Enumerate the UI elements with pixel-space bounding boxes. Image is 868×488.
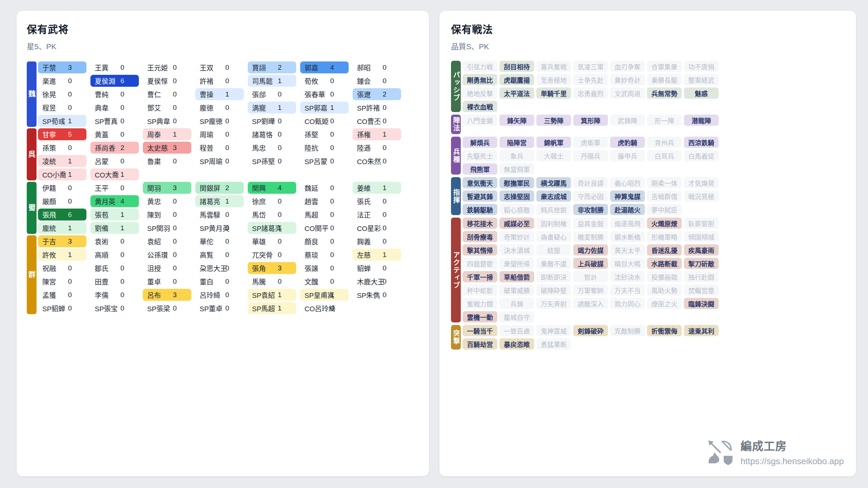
tactic-chip[interactable]: 虎踞鷹揚 <box>499 74 534 85</box>
general-cell[interactable]: CO大喬1 <box>90 168 139 180</box>
tactic-chip[interactable]: 速乗其利 <box>684 325 719 336</box>
general-cell[interactable]: 諸葛恪0 <box>248 128 296 140</box>
tactic-chip[interactable]: 竭力佐謀 <box>573 244 608 256</box>
general-cell[interactable]: 祝融0 <box>38 262 86 274</box>
tactic-chip[interactable]: 籠城自守 <box>499 311 534 322</box>
general-cell[interactable]: 太史慈3 <box>143 142 191 154</box>
tactic-chip[interactable]: 非攻制勝 <box>573 204 608 215</box>
general-cell[interactable]: 司馬懿1 <box>248 75 296 87</box>
general-cell[interactable]: 王異0 <box>90 61 139 73</box>
tactic-chip[interactable]: 兵鋒 <box>499 298 534 309</box>
general-cell[interactable]: 周泰1 <box>143 128 191 140</box>
tactic-chip[interactable]: 神算鬼謀 <box>610 191 645 202</box>
tactic-chip[interactable]: 鋒矢陣 <box>499 115 534 126</box>
general-cell[interactable]: 兀突骨0 <box>248 249 296 261</box>
tactic-chip[interactable]: 白馬義従 <box>684 150 719 161</box>
tactic-chip[interactable]: 裸衣血戦 <box>463 101 497 112</box>
general-cell[interactable]: 鍾会0 <box>353 75 401 87</box>
general-cell[interactable]: 陳到0 <box>143 209 191 221</box>
tactic-chip[interactable]: 火熾原燎 <box>647 218 682 229</box>
general-cell[interactable]: 馬騰0 <box>248 275 296 287</box>
tactic-chip[interactable]: 絶地反撃 <box>463 87 497 99</box>
general-cell[interactable]: SP関羽0 <box>143 222 191 234</box>
tactic-chip[interactable]: 箕形陣 <box>573 115 608 126</box>
tactic-chip[interactable]: 鬼神霆威 <box>536 325 571 336</box>
tactic-chip[interactable]: 掣刀斫敵 <box>684 258 719 269</box>
tactic-chip[interactable]: 鈍兵挫鋭 <box>536 204 571 215</box>
tactic-chip[interactable]: 万夫不当 <box>610 284 645 296</box>
tactic-chip[interactable]: 錦帆軍 <box>536 137 571 148</box>
general-cell[interactable]: 劉備1 <box>90 222 139 234</box>
general-cell[interactable]: CO関平0 <box>300 222 349 234</box>
general-cell[interactable]: CO小喬1 <box>38 168 86 180</box>
tactic-chip[interactable]: 因利制権 <box>536 218 571 229</box>
general-cell[interactable]: 田豊0 <box>90 275 139 287</box>
general-cell[interactable]: 曹純0 <box>90 88 139 100</box>
tactic-chip[interactable]: 杯中蛇影 <box>463 284 497 296</box>
tactic-chip[interactable]: 先駆死士 <box>463 150 497 161</box>
general-cell[interactable]: 関銀屏2 <box>195 182 244 194</box>
tactic-chip[interactable]: 決水潰城 <box>499 244 534 256</box>
general-cell[interactable]: SP袁紹1 <box>248 289 296 301</box>
tactic-chip[interactable]: 勠力同心 <box>610 298 645 309</box>
tactic-chip[interactable]: 刮目相待 <box>499 61 534 72</box>
tactic-chip[interactable]: 威謀必至 <box>499 218 534 229</box>
general-cell[interactable]: 法正0 <box>353 209 401 221</box>
general-cell[interactable]: 郭嘉4 <box>300 61 349 73</box>
tactic-chip[interactable]: 焚輜営塁 <box>684 284 719 296</box>
general-cell[interactable]: 黄蓋0 <box>90 128 139 140</box>
general-cell[interactable]: 高覧0 <box>195 249 244 261</box>
general-cell[interactable]: 魯粛0 <box>143 155 191 167</box>
general-cell[interactable]: 許攸1 <box>38 249 86 261</box>
tactic-chip[interactable]: 傾国傾城 <box>684 231 719 242</box>
tactic-chip[interactable]: 益其金鼓 <box>573 218 608 229</box>
general-cell[interactable]: 徐晃0 <box>38 88 86 100</box>
general-cell[interactable]: 張角3 <box>248 262 296 274</box>
general-cell[interactable]: 孟獲0 <box>38 289 86 301</box>
tactic-chip[interactable]: 藤甲兵 <box>610 150 645 161</box>
tactic-chip[interactable]: 虎豹騎 <box>610 137 645 148</box>
tactic-chip[interactable]: 無當飛軍 <box>499 163 534 175</box>
tactic-chip[interactable]: 単騎千里 <box>536 87 571 99</box>
general-cell[interactable]: 張郃0 <box>248 88 296 100</box>
tactic-chip[interactable]: 撃其惰帰 <box>463 244 497 256</box>
general-cell[interactable]: 孫尚香2 <box>90 142 139 154</box>
tactic-chip[interactable]: 鉄騎駆馳 <box>463 204 497 215</box>
general-cell[interactable]: 鄒氏0 <box>90 262 139 274</box>
tactic-chip[interactable]: 剛勇無比 <box>463 74 497 85</box>
tactic-chip[interactable]: 瞋目大喝 <box>610 258 645 269</box>
tactic-chip[interactable]: 移花接木 <box>463 218 497 229</box>
tactic-chip[interactable]: 勇猛果断 <box>536 338 571 350</box>
tactic-chip[interactable]: 万矢斉射 <box>536 298 571 309</box>
tactic-chip[interactable]: 武鋒陣 <box>610 115 645 126</box>
general-cell[interactable]: 馬岱0 <box>248 209 296 221</box>
tactic-chip[interactable]: 赴湯踏火 <box>610 204 645 215</box>
general-cell[interactable]: 龐統1 <box>38 222 86 234</box>
tactic-chip[interactable]: 克敵制勝 <box>610 325 645 336</box>
tactic-chip[interactable]: 偽書疑心 <box>536 231 571 242</box>
tactic-chip[interactable]: 剣鋒破砕 <box>573 325 608 336</box>
general-cell[interactable]: 許褚0 <box>195 75 244 87</box>
general-cell[interactable]: 袁術0 <box>90 235 139 247</box>
tactic-chip[interactable]: 草船借箭 <box>499 271 534 282</box>
general-cell[interactable]: SP典韋0 <box>143 115 191 127</box>
general-cell[interactable]: 顔良0 <box>300 235 349 247</box>
tactic-chip[interactable]: 衆妙奇計 <box>610 74 645 85</box>
tactic-chip[interactable]: 臥薪嘗胆 <box>684 218 719 229</box>
general-cell[interactable]: 程昱0 <box>38 102 86 114</box>
general-cell[interactable]: 張譲0 <box>300 262 349 274</box>
tactic-chip[interactable]: 燎原之火 <box>647 298 682 309</box>
general-cell[interactable]: SP郭嘉1 <box>300 102 349 114</box>
general-cell[interactable]: 孫権1 <box>353 128 401 140</box>
tactic-chip[interactable]: 風助火勢 <box>647 284 682 296</box>
general-cell[interactable]: SP董卓0 <box>195 302 244 314</box>
tactic-chip[interactable]: 破陣砕堅 <box>536 284 571 296</box>
tactic-chip[interactable]: 八門金鎖 <box>463 115 497 126</box>
general-cell[interactable]: 張春華0 <box>300 88 349 100</box>
general-cell[interactable]: 文醜0 <box>300 275 349 287</box>
tactic-chip[interactable]: 投擲画戟 <box>647 271 682 282</box>
tactic-chip[interactable]: 衆望所帰 <box>499 258 534 269</box>
tactic-chip[interactable]: 結盟 <box>536 244 571 256</box>
general-cell[interactable]: SP孫堅0 <box>248 155 296 167</box>
general-cell[interactable]: 諸葛亮1 <box>195 195 244 207</box>
